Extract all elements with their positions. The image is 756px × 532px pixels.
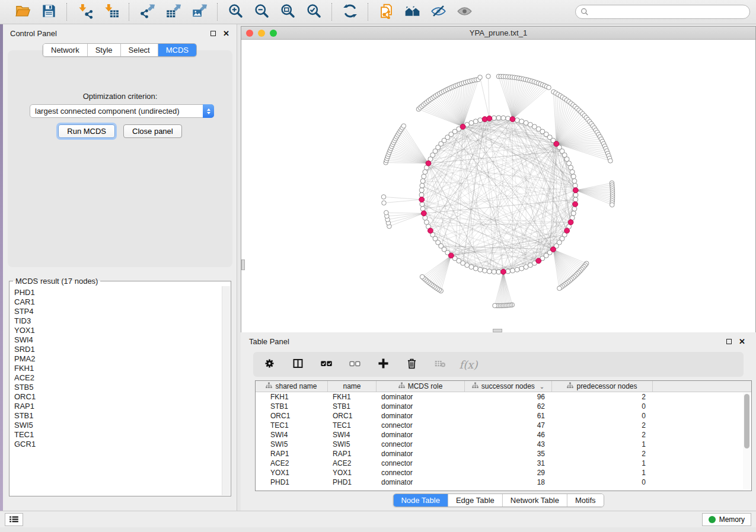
search-input[interactable] — [592, 7, 745, 17]
shared-column-icon — [567, 382, 573, 390]
tab-select[interactable]: Select — [121, 44, 158, 56]
float-panel-icon[interactable] — [210, 31, 216, 36]
cell: connector — [377, 469, 465, 477]
table-row[interactable]: SWI5SWI5connector431 — [256, 440, 751, 449]
table-tab-network-table[interactable]: Network Table — [503, 494, 567, 507]
mcds-result-item[interactable]: STP4 — [14, 307, 221, 316]
first-neighbors-button[interactable] — [401, 2, 423, 21]
mcds-result-item[interactable]: FKH1 — [14, 364, 221, 373]
float-table-panel-icon[interactable] — [726, 339, 732, 344]
toolbar-separator — [331, 3, 332, 21]
table-row[interactable]: PHD1PHD1dominator180 — [256, 477, 751, 487]
zoom-selected-icon — [306, 3, 322, 21]
export-network-button[interactable] — [136, 2, 158, 21]
delete-entry-button[interactable] — [404, 357, 419, 372]
column-header-name[interactable]: name — [328, 381, 377, 392]
cell: FKH1 — [256, 393, 328, 401]
tab-style[interactable]: Style — [88, 44, 121, 56]
add-entry-button[interactable] — [375, 357, 391, 372]
cell: 0 — [552, 478, 653, 486]
run-mcds-button[interactable]: Run MCDS — [58, 124, 115, 138]
mcds-result-item[interactable]: STB1 — [14, 411, 221, 421]
export-image-button[interactable] — [188, 2, 210, 21]
tab-network[interactable]: Network — [43, 44, 88, 56]
close-table-panel-icon[interactable]: ✕ — [739, 338, 745, 345]
network-window-titlebar[interactable]: YPA_prune.txt_1 — [241, 27, 755, 40]
show-all-button[interactable] — [453, 2, 476, 21]
mcds-result-item[interactable]: PMA2 — [14, 354, 221, 364]
mcds-result-item[interactable]: TID3 — [14, 316, 221, 326]
mcds-result-item[interactable]: ACE2 — [14, 373, 221, 383]
table-row[interactable]: ACE2ACE2connector311 — [256, 459, 751, 468]
mcds-result-item[interactable]: GCR1 — [14, 440, 221, 449]
import-table-icon — [103, 3, 119, 21]
table-settings-icon — [263, 357, 276, 372]
control-panel: Control Panel ✕ NetworkStyleSelectMCDS O… — [3, 24, 237, 511]
mcds-result-item[interactable]: SRD1 — [14, 345, 221, 354]
column-header-MCDS-role[interactable]: MCDS role — [377, 381, 465, 392]
table-scrollbar[interactable] — [743, 393, 751, 489]
table-row[interactable]: RAP1RAP1dominator352 — [256, 449, 751, 459]
mcds-result-item[interactable]: ORC1 — [14, 392, 221, 402]
column-header-shared-name[interactable]: shared name — [256, 381, 328, 392]
network-vertical-scroll-thumb[interactable] — [241, 259, 245, 270]
zoom-fit-button[interactable] — [276, 2, 299, 21]
table-tab-node-table[interactable]: Node Table — [393, 494, 448, 507]
close-panel-button[interactable]: Close panel — [123, 124, 182, 138]
shared-column-icon — [398, 382, 405, 390]
table-tab-edge-table[interactable]: Edge Table — [448, 494, 503, 507]
deselect-all-rows-button[interactable] — [347, 357, 362, 372]
network-canvas[interactable] — [241, 40, 755, 332]
select-stepper-icon — [203, 104, 214, 118]
mcds-result-scrollbar[interactable] — [222, 286, 230, 495]
hide-selected-button[interactable] — [427, 2, 449, 21]
table-row[interactable]: ORC1ORC1dominator610 — [256, 411, 751, 421]
cell: SWI5 — [256, 440, 328, 448]
close-panel-icon[interactable]: ✕ — [223, 30, 229, 37]
select-all-rows-button[interactable] — [318, 357, 334, 372]
network-graph[interactable] — [241, 40, 755, 332]
refresh-view-button[interactable] — [339, 2, 361, 21]
table-row[interactable]: SWI4SWI4dominator462 — [256, 430, 751, 440]
cell: 0 — [552, 402, 653, 411]
mcds-result-item[interactable]: TEC1 — [14, 430, 221, 440]
cell: SWI5 — [328, 440, 377, 448]
zoom-out-button[interactable] — [250, 2, 273, 21]
clone-network-button[interactable] — [375, 2, 397, 21]
cell: 2 — [552, 450, 653, 458]
column-header-predecessor-nodes[interactable]: predecessor nodes — [552, 381, 653, 392]
table-tab-motifs[interactable]: Motifs — [567, 494, 604, 507]
mcds-result-item[interactable]: SWI5 — [14, 421, 221, 430]
table-row[interactable]: YOX1YOX1connector291 — [256, 468, 751, 477]
column-header-successor-nodes[interactable]: successor nodes⌄ — [465, 381, 552, 392]
table-row[interactable]: STB1STB1dominator620 — [256, 402, 751, 411]
mcds-result-item[interactable]: RAP1 — [14, 402, 221, 411]
mcds-result-item[interactable]: SWI4 — [14, 335, 221, 345]
zoom-in-button[interactable] — [224, 2, 247, 21]
save-session-button[interactable] — [37, 2, 60, 21]
table-settings-button[interactable] — [261, 357, 277, 372]
mcds-result-item[interactable]: CAR1 — [14, 297, 221, 307]
cell: SWI4 — [328, 431, 377, 439]
tab-mcds[interactable]: MCDS — [158, 44, 196, 56]
main-toolbar — [0, 0, 756, 24]
mcds-result-item[interactable]: PHD1 — [14, 288, 221, 297]
zoom-selected-button[interactable] — [302, 2, 325, 21]
memory-button[interactable]: Memory — [702, 513, 751, 526]
toolbar-separator — [217, 3, 218, 21]
table-row[interactable]: FKH1FKH1dominator962 — [256, 392, 751, 402]
show-columns-icon — [292, 357, 304, 372]
import-network-button[interactable] — [74, 2, 96, 21]
table-row[interactable]: TEC1TEC1connector472 — [256, 421, 751, 430]
mcds-result-item[interactable]: YOX1 — [14, 326, 221, 335]
search-box[interactable] — [575, 5, 750, 19]
import-table-button[interactable] — [100, 2, 122, 21]
cell: TEC1 — [328, 421, 377, 430]
mcds-result-item[interactable]: STB5 — [14, 383, 221, 392]
add-entry-icon — [377, 357, 390, 372]
open-file-button[interactable] — [11, 2, 34, 21]
criterion-select[interactable]: largest connected component (undirected) — [30, 104, 214, 118]
task-history-button[interactable] — [5, 513, 23, 526]
show-columns-button[interactable] — [290, 357, 305, 372]
export-table-button[interactable] — [162, 2, 184, 21]
